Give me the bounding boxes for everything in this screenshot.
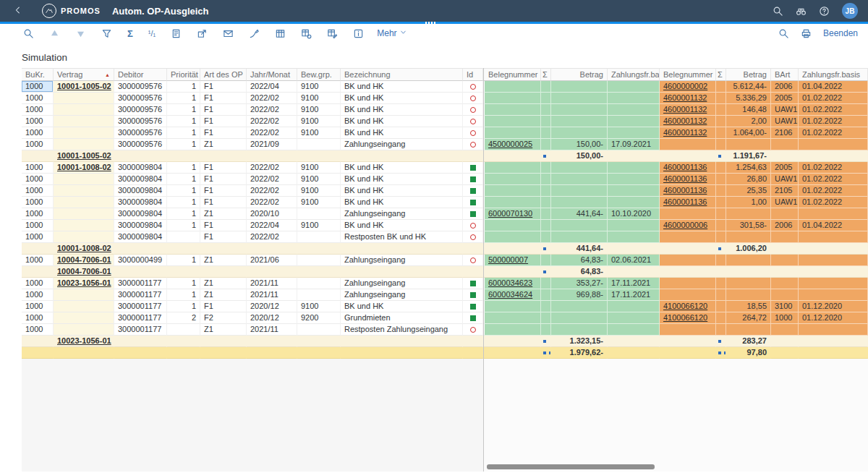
- column-header-betrag-1[interactable]: Betrag: [551, 68, 608, 81]
- column-header-jahr-monat[interactable]: Jahr/Monat: [247, 68, 297, 81]
- promos-logo[interactable]: PROMOS: [42, 4, 101, 18]
- subtotal-icon[interactable]: ¹/₁: [148, 28, 156, 39]
- document-link[interactable]: 6000070130: [488, 209, 532, 218]
- table-row[interactable]: 100030000098041F12022/029100BK und HK460…: [22, 174, 868, 185]
- back-button[interactable]: [10, 3, 26, 19]
- subtotal-row[interactable]: 10023-1056-011.323,15-283,27: [22, 336, 868, 347]
- document-link[interactable]: 10023-1056-01: [57, 336, 111, 345]
- document-link[interactable]: 10023-1056-01: [57, 278, 111, 287]
- column-header-vertrag[interactable]: Vertrag▲: [54, 68, 114, 81]
- document-link[interactable]: 4600001136: [663, 163, 707, 171]
- column-header-art-des-op[interactable]: Art des OP: [200, 68, 247, 81]
- table-row[interactable]: 100030000095761Z12021/09Zahlungseingang4…: [22, 139, 868, 150]
- search-icon[interactable]: [778, 28, 789, 39]
- column-header-prioritaet[interactable]: Priorität: [167, 68, 200, 81]
- subtotal-row[interactable]: 10004-7006-0164,83-: [22, 266, 868, 278]
- table-row[interactable]: 100030000011772F22020/129200Grundmieten4…: [22, 312, 868, 324]
- column-header-sum-1[interactable]: Σ: [541, 68, 551, 81]
- cell-betrag-1: 150,00-: [551, 139, 608, 150]
- document-link[interactable]: 10001-1008-02: [57, 163, 111, 171]
- print-icon[interactable]: [801, 28, 812, 39]
- horizontal-scrollbar-thumb[interactable]: [487, 464, 655, 469]
- table-row[interactable]: 100030000011771Z12021/11Zahlungseingang6…: [22, 289, 868, 301]
- views-icon[interactable]: [275, 28, 286, 39]
- table-row[interactable]: 100030000095761F12022/029100BK und HK460…: [22, 104, 868, 116]
- column-header-bezeichnung[interactable]: Bezeichnung: [341, 68, 463, 81]
- document-link[interactable]: 10001-1005-02: [57, 82, 111, 90]
- binoculars-icon[interactable]: [796, 6, 807, 17]
- more-button[interactable]: Mehr: [377, 28, 407, 38]
- document-link[interactable]: 500000007: [488, 255, 528, 264]
- column-header-bew-grp[interactable]: Bew.grp.: [297, 68, 341, 81]
- document-link[interactable]: 10001-1005-02: [57, 151, 111, 160]
- column-header-id[interactable]: Id: [463, 68, 483, 81]
- export-icon[interactable]: [197, 28, 208, 39]
- table-row[interactable]: 100030000095761F12022/029100BK und HK460…: [22, 127, 868, 139]
- mail-icon[interactable]: [223, 28, 234, 39]
- table-row[interactable]: 100030000098041F12022/049100BK und HK460…: [22, 220, 868, 231]
- table-row[interactable]: 100010004-7006-0130000004991Z12021/06Zah…: [22, 255, 868, 266]
- table-row[interactable]: 100010001-1005-0230000095761F12022/04910…: [22, 81, 868, 93]
- subtotal-row[interactable]: 10001-1008-02441,64-1.006,20: [22, 243, 868, 255]
- table-row[interactable]: 10003000009804F12022/02Restposten BK und…: [22, 231, 868, 243]
- column-header-belegnummer-2[interactable]: Belegnummer: [660, 68, 716, 81]
- select-layout-icon[interactable]: [327, 28, 338, 39]
- subtotal-row[interactable]: 10001-1005-02150,00-1.191,67-: [22, 150, 868, 162]
- document-link[interactable]: 4500000025: [488, 140, 532, 148]
- print-preview-icon[interactable]: [171, 28, 182, 39]
- document-link[interactable]: 4600001132: [663, 105, 707, 114]
- cell-vertrag: [54, 231, 114, 243]
- cell-jahr-monat: [247, 266, 297, 278]
- pane-splitter[interactable]: [483, 68, 484, 472]
- column-header-zahlungsfr-basis-1[interactable]: Zahlungsfr.basis: [608, 68, 660, 81]
- column-header-sum-2[interactable]: Σ: [716, 68, 726, 81]
- alv-rows: 100010001-1005-0230000095761F12022/04910…: [22, 81, 868, 359]
- column-header-debitor[interactable]: Debitor: [114, 68, 167, 81]
- column-header-bart[interactable]: BArt: [771, 68, 799, 81]
- document-link[interactable]: 4600001136: [663, 186, 707, 195]
- column-header-belegnummer-1[interactable]: Belegnummer: [485, 68, 541, 81]
- search-icon[interactable]: [773, 6, 783, 17]
- column-header-zahlungsfr-basis-2[interactable]: Zahlungsfr.basis: [799, 68, 868, 81]
- table-row[interactable]: 100030000098041Z12020/10Zahlungseingang6…: [22, 208, 868, 220]
- avatar[interactable]: JB: [842, 3, 858, 19]
- find-icon[interactable]: [23, 28, 34, 39]
- document-link[interactable]: 4600001136: [663, 197, 707, 206]
- grandtotal-row[interactable]: 1.979,62-97,80: [22, 347, 868, 359]
- table-row[interactable]: 100030000095761F12022/029100BK und HK460…: [22, 116, 868, 127]
- document-link[interactable]: 4600000006: [663, 221, 707, 229]
- cell-belegnummer-2: 4600000006: [660, 220, 716, 231]
- open-item-status-icon: [470, 130, 476, 136]
- table-row[interactable]: 100010001-1008-0230000098041F12022/02910…: [22, 162, 868, 174]
- beenden-button[interactable]: Beenden: [823, 28, 858, 38]
- document-link[interactable]: 4100066120: [663, 313, 707, 322]
- change-layout-icon[interactable]: [301, 28, 312, 39]
- document-link[interactable]: 4600001132: [663, 116, 707, 125]
- table-row[interactable]: 100030000011771F12020/129100BK und HK410…: [22, 301, 868, 312]
- table-row[interactable]: 10003000001177Z12021/11Restposten Zahlun…: [22, 324, 868, 336]
- column-header-bukr[interactable]: BuKr.: [22, 68, 54, 81]
- table-row[interactable]: 100030000098041F12022/029100BK und HK460…: [22, 185, 868, 197]
- document-link[interactable]: 6000034624: [488, 290, 532, 299]
- document-link[interactable]: 10004-7006-01: [57, 255, 111, 264]
- table-row[interactable]: 100030000098041F12022/029100BK und HK460…: [22, 197, 868, 208]
- sort-descending-icon[interactable]: [75, 28, 86, 39]
- sum-icon[interactable]: Σ: [127, 28, 133, 39]
- abc-analysis-icon[interactable]: [249, 28, 260, 39]
- table-row[interactable]: 100030000095761F12022/029100BK und HK460…: [22, 93, 868, 104]
- document-link[interactable]: 10001-1008-02: [57, 244, 111, 252]
- document-link[interactable]: 10004-7006-01: [57, 267, 111, 276]
- filter-icon[interactable]: [101, 28, 112, 39]
- document-link[interactable]: 6000034623: [488, 278, 532, 287]
- table-row[interactable]: 100010023-1056-0130000011771Z12021/11Zah…: [22, 278, 868, 289]
- document-link[interactable]: 4600000002: [663, 82, 707, 90]
- sort-ascending-icon[interactable]: [49, 28, 60, 39]
- document-link[interactable]: 4600001132: [663, 128, 707, 137]
- column-header-betrag-2[interactable]: Betrag: [726, 68, 771, 81]
- document-link[interactable]: 4600001136: [663, 174, 707, 183]
- splitter-grip[interactable]: [425, 22, 437, 24]
- document-link[interactable]: 4600001132: [663, 93, 707, 102]
- document-link[interactable]: 4100066120: [663, 302, 707, 310]
- help-icon[interactable]: [819, 6, 830, 17]
- info-icon[interactable]: [353, 28, 364, 39]
